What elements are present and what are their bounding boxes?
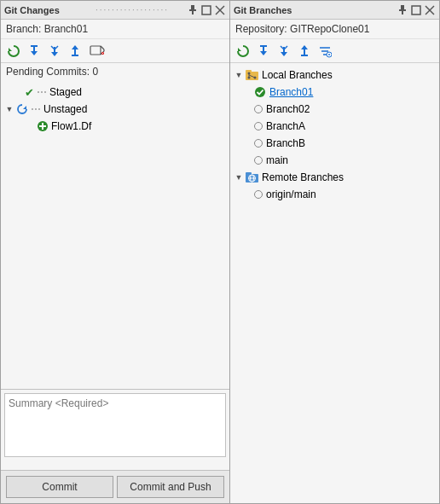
- main-label: main: [266, 154, 288, 166]
- local-branches-icon: [246, 69, 259, 81]
- svg-marker-39: [281, 52, 287, 56]
- commit-buttons-bar: Commit Commit and Push: [1, 470, 229, 503]
- svg-rect-1: [189, 9, 196, 11]
- git-branches-header: Git Branches: [230, 1, 439, 20]
- fetch-button[interactable]: [5, 43, 22, 60]
- brancha-item[interactable]: BranchA: [230, 118, 439, 135]
- local-branches-chevron: ▼: [234, 70, 244, 80]
- branch-name: Branch01: [44, 23, 88, 35]
- branches-tree: ▼ Local Branches Branch01: [230, 63, 439, 503]
- svg-rect-28: [401, 5, 404, 9]
- branch01-label[interactable]: Branch01: [269, 86, 313, 98]
- svg-rect-2: [192, 11, 194, 14]
- close-icon-left[interactable]: [214, 4, 226, 16]
- close-icon-right[interactable]: [424, 4, 436, 16]
- repository-label: Repository:: [235, 23, 287, 35]
- unstaged-item[interactable]: ▼ ⋯ Unstaged: [1, 101, 229, 118]
- commit-push-button[interactable]: Commit and Push: [117, 476, 224, 498]
- origin-main-label: origin/main: [266, 188, 316, 200]
- branchb-label: BranchB: [266, 137, 305, 149]
- svg-rect-30: [402, 11, 403, 14]
- summary-input[interactable]: [4, 393, 226, 457]
- repository-name: GITRepoClone01: [290, 23, 369, 35]
- git-branches-panel: Git Branches Repository: GITRepoClone01: [230, 0, 440, 504]
- staged-spacer: [13, 87, 23, 97]
- branch-info: Branch: Branch01: [1, 20, 229, 39]
- staged-check-icon: ✔: [25, 86, 34, 99]
- branch02-item[interactable]: Branch02: [230, 101, 439, 118]
- main-circle-icon: [254, 156, 263, 165]
- branch01-item[interactable]: Branch01: [230, 84, 439, 101]
- staged-label: Staged: [49, 86, 82, 98]
- discard-button[interactable]: [89, 43, 106, 60]
- svg-rect-17: [90, 46, 101, 55]
- branches-fetch-button[interactable]: [234, 43, 252, 60]
- unstaged-chevron: ▼: [4, 104, 14, 114]
- branch02-circle-icon: [254, 105, 263, 113]
- pull-rebase-button[interactable]: [46, 43, 63, 60]
- add-icon: [37, 120, 49, 132]
- brancha-circle-icon: [254, 122, 263, 130]
- commit-button[interactable]: Commit: [6, 476, 113, 498]
- svg-rect-31: [412, 6, 420, 14]
- svg-marker-11: [51, 52, 58, 56]
- flow1df-item[interactable]: Flow1.Df: [1, 118, 229, 135]
- maximize-icon-right[interactable]: [410, 4, 422, 16]
- title-dots: ··················: [96, 5, 185, 14]
- unstaged-label: Unstaged: [43, 103, 87, 115]
- unstaged-dash-icon: ⋯: [31, 103, 41, 115]
- filter-button[interactable]: [316, 43, 333, 60]
- pending-commits-label: Pending Commits:: [6, 66, 90, 78]
- staged-item[interactable]: ✔ ⋯ Staged: [1, 84, 229, 101]
- origin-main-item[interactable]: origin/main: [230, 186, 439, 203]
- svg-marker-36: [260, 51, 267, 55]
- local-branches-label: Local Branches: [262, 69, 333, 81]
- git-branches-title: Git Branches: [234, 5, 395, 15]
- svg-rect-29: [399, 9, 406, 11]
- branch02-label: Branch02: [266, 103, 310, 115]
- push-button[interactable]: [67, 43, 84, 60]
- remote-branches-label: Remote Branches: [262, 171, 344, 183]
- local-branches-group[interactable]: ▼ Local Branches: [230, 67, 439, 84]
- git-changes-toolbar: [1, 39, 229, 63]
- flow1df-label: Flow1.Df: [51, 120, 91, 132]
- maximize-icon[interactable]: [200, 4, 212, 16]
- repository-info: Repository: GITRepoClone01: [230, 20, 439, 39]
- pin-icon-right[interactable]: [397, 4, 408, 16]
- remote-branches-chevron: ▼: [234, 172, 244, 182]
- git-changes-panel: Git Changes ·················· Branch: B…: [0, 0, 230, 504]
- svg-marker-34: [238, 48, 241, 51]
- git-branches-toolbar: [230, 39, 439, 63]
- svg-marker-6: [9, 48, 12, 51]
- pull-button[interactable]: [26, 43, 43, 60]
- svg-marker-24: [23, 106, 26, 109]
- branch-label: Branch:: [6, 23, 41, 35]
- branches-pull-button[interactable]: [255, 43, 272, 60]
- main-item[interactable]: main: [230, 152, 439, 169]
- changes-tree: ✔ ⋯ Staged ▼ ⋯ Unstaged Flow1.Df: [1, 80, 229, 389]
- branches-pull-rebase-button[interactable]: [275, 43, 292, 60]
- branchb-circle-icon: [254, 139, 263, 148]
- remote-branches-icon: [246, 171, 259, 183]
- svg-rect-3: [202, 6, 211, 14]
- svg-rect-52: [246, 70, 252, 72]
- active-branch-icon: [254, 86, 266, 98]
- svg-marker-8: [31, 51, 38, 55]
- git-changes-header: Git Changes ··················: [1, 1, 229, 20]
- unstaged-icon: [16, 103, 28, 115]
- remote-branches-group[interactable]: ▼ Remote Branches: [230, 169, 439, 186]
- svg-point-58: [255, 87, 265, 97]
- pending-commits-count: 0: [92, 66, 98, 78]
- svg-rect-60: [246, 172, 252, 175]
- origin-main-circle-icon: [254, 190, 263, 199]
- git-changes-title: Git Changes: [4, 5, 94, 15]
- pending-commits: Pending Commits: 0: [1, 63, 229, 80]
- summary-section: [1, 389, 229, 470]
- svg-marker-15: [72, 45, 78, 49]
- branches-push-button[interactable]: [296, 43, 313, 60]
- pin-icon[interactable]: [187, 4, 199, 16]
- brancha-label: BranchA: [266, 120, 305, 132]
- svg-rect-0: [191, 5, 194, 9]
- staged-dash-icon: ⋯: [37, 86, 47, 98]
- branchb-item[interactable]: BranchB: [230, 135, 439, 152]
